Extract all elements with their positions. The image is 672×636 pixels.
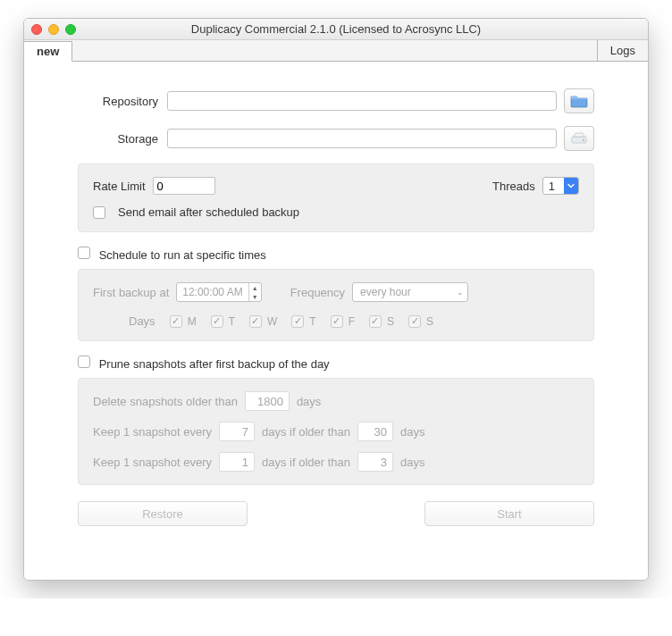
app-window: Duplicacy Commercial 2.1.0 (Licensed to … [23,18,649,581]
minimize-icon[interactable] [48,24,59,35]
day-fri-label: F [349,315,355,328]
day-mon-checkbox[interactable] [170,315,182,328]
window-title: Duplicacy Commercial 2.1.0 (Licensed to … [31,22,641,36]
rate-panel: Rate Limit Threads 1 Send email after sc… [78,163,594,232]
day-thu-label: T [309,315,315,328]
day-sun-checkbox[interactable] [408,315,421,328]
keep2-mid: days if older than [262,456,350,469]
rate-limit-input[interactable] [153,177,215,195]
titlebar: Duplicacy Commercial 2.1.0 (Licensed to … [24,19,648,40]
frequency-select[interactable]: every hour ⌄ [352,282,468,302]
first-backup-label: First backup at [93,286,169,299]
prune-checkbox-label: Prune snapshots after first backup of th… [99,357,330,371]
folder-icon [570,94,588,108]
day-tue-checkbox[interactable] [211,315,223,328]
keep1-pre: Keep 1 snapshot every [93,425,212,439]
frequency-label: Frequency [290,286,345,299]
prune-checkbox[interactable] [78,356,90,368]
chevron-down-icon[interactable]: ▼ [249,292,261,301]
keep1-post: days [400,425,424,439]
delete-older-label: Delete snapshots older than [93,395,238,408]
keep1-every-input[interactable] [219,422,255,441]
keep2-post: days [400,456,424,469]
keep1-mid: days if older than [262,425,350,439]
day-sat-checkbox[interactable] [369,315,382,328]
day-sun-label: S [426,315,433,328]
day-fri-checkbox[interactable] [331,315,343,328]
day-sat-label: S [387,315,394,328]
stepper-arrows: ▲ ▼ [248,283,261,301]
send-email-checkbox[interactable] [93,206,105,219]
keep2-pre: Keep 1 snapshot every [93,456,212,469]
schedule-checkbox-label: Schedule to run at specific times [99,248,266,262]
day-wed-label: W [267,315,277,328]
zoom-icon[interactable] [65,24,76,35]
tab-logs[interactable]: Logs [597,40,648,61]
frequency-value: every hour [360,286,411,298]
prune-panel: Delete snapshots older than days Keep 1 … [78,378,594,485]
day-tue-label: T [229,315,235,328]
schedule-checkbox[interactable] [78,247,90,259]
chevron-up-icon[interactable]: ▲ [249,283,261,292]
keep1-older-input[interactable] [357,422,393,441]
repository-browse-button[interactable] [564,88,594,113]
close-icon[interactable] [31,24,42,35]
threads-label: Threads [492,180,535,193]
keep2-every-input[interactable] [219,452,255,472]
tab-new[interactable]: new [23,41,72,62]
repository-input[interactable] [167,91,557,111]
content-area: Repository Storage [24,62,648,580]
storage-label: Storage [78,132,158,146]
send-email-label: Send email after scheduled backup [118,205,299,219]
tab-bar: new Logs [24,40,648,62]
delete-older-unit: days [297,395,321,408]
day-thu-checkbox[interactable] [291,315,304,328]
restore-button[interactable]: Restore [78,501,248,526]
chevron-down-icon [564,178,578,194]
days-label: Days [129,314,155,328]
chevron-down-icon: ⌄ [457,288,464,297]
delete-older-input[interactable] [245,391,290,411]
first-backup-time[interactable]: 12:00:00 AM ▲ ▼ [176,282,261,302]
rate-limit-label: Rate Limit [93,180,146,193]
start-button[interactable]: Start [424,501,594,526]
first-backup-value: 12:00:00 AM [177,283,248,301]
svg-point-1 [583,139,584,141]
window-controls [31,24,76,35]
threads-value: 1 [543,178,564,194]
storage-input[interactable] [167,129,557,148]
schedule-panel: First backup at 12:00:00 AM ▲ ▼ Frequenc… [78,269,594,341]
drive-icon [570,132,588,145]
day-wed-checkbox[interactable] [249,315,262,328]
threads-select[interactable]: 1 [542,177,579,195]
day-mon-label: M [188,315,197,328]
repository-label: Repository [78,95,158,108]
storage-browse-button[interactable] [564,126,594,151]
keep2-older-input[interactable] [357,452,393,472]
